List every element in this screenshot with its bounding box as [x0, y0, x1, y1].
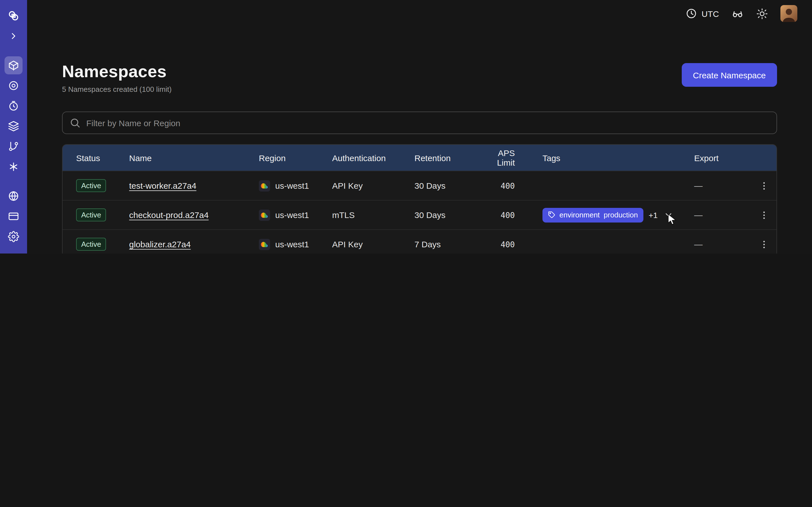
asterisk-icon	[8, 161, 19, 172]
col-export: Export	[694, 153, 751, 163]
sidebar-item-billing[interactable]	[4, 207, 22, 225]
temporal-logo-icon[interactable]	[4, 7, 22, 25]
sidebar-item-batch[interactable]	[4, 117, 22, 135]
export-value: —	[694, 239, 751, 249]
retention-label: 30 Days	[414, 181, 480, 190]
tag-pill[interactable]: environment production	[543, 208, 644, 222]
filter-input[interactable]	[62, 112, 777, 134]
sidebar-item-namespaces[interactable]	[4, 56, 22, 74]
sidebar-item-regions[interactable]	[4, 187, 22, 205]
glasses-icon	[731, 7, 744, 20]
timer-icon	[8, 100, 19, 112]
tags-more-count: +1	[649, 210, 658, 219]
user-avatar[interactable]	[780, 5, 797, 22]
table-header-row: Status Name Region Authentication Retent…	[63, 145, 776, 171]
col-status: Status	[76, 153, 129, 163]
app-root: 2.35.1 UTC Namespaces 5 Namespace	[0, 0, 812, 253]
timezone-selector[interactable]: UTC	[686, 8, 719, 19]
gear-icon	[8, 231, 19, 242]
chevron-down-icon	[664, 210, 673, 220]
kebab-icon	[759, 210, 769, 220]
sidebar-item-settings[interactable]	[4, 228, 22, 245]
aps-limit-value: 400	[480, 181, 543, 190]
region-label: us-west1	[275, 181, 309, 190]
row-menu-button[interactable]	[756, 208, 771, 222]
status-badge: Active	[76, 237, 106, 251]
col-authentication: Authentication	[332, 153, 414, 163]
table-row: Active globalizer.a27a4 us-west1 API Key…	[63, 229, 776, 253]
auth-label: mTLS	[332, 210, 414, 220]
sidebar-item-workflows[interactable]	[4, 76, 22, 95]
branch-icon	[8, 141, 19, 152]
auth-label: API Key	[332, 181, 414, 190]
col-aps-limit: APS Limit	[480, 148, 543, 167]
tag-value: production	[604, 211, 638, 219]
table-row: Active test-worker.a27a4 us-west1 API Ke…	[63, 171, 776, 200]
col-region: Region	[259, 153, 332, 163]
aps-limit-value: 400	[480, 210, 543, 219]
namespace-link[interactable]: test-worker.a27a4	[129, 181, 196, 190]
theme-toggle-button[interactable]	[756, 8, 768, 19]
col-name: Name	[129, 153, 259, 163]
retention-label: 30 Days	[414, 210, 480, 220]
status-badge: Active	[76, 208, 106, 221]
kebab-icon	[759, 180, 769, 191]
aps-limit-value: 400	[480, 240, 543, 249]
cube-icon	[8, 60, 19, 71]
table-body: Active test-worker.a27a4 us-west1 API Ke…	[63, 171, 776, 253]
export-value: —	[694, 181, 751, 190]
layers-icon	[8, 121, 19, 132]
row-menu-button[interactable]	[756, 178, 771, 193]
tag-key: environment	[559, 211, 600, 219]
page-subtitle: 5 Namespaces created (100 limit)	[62, 85, 172, 94]
sidebar-item-schedules[interactable]	[4, 97, 22, 115]
region-label: us-west1	[275, 210, 309, 220]
sidebar-item-deployments[interactable]	[4, 137, 22, 156]
clock-icon	[686, 8, 697, 19]
gcp-cloud-icon	[259, 238, 270, 250]
timezone-label: UTC	[702, 9, 719, 18]
col-retention: Retention	[414, 153, 480, 163]
page-content: Namespaces 5 Namespaces created (100 lim…	[27, 27, 812, 253]
tags-expand-chevron[interactable]	[663, 209, 674, 221]
region-label: us-west1	[275, 239, 309, 249]
search-icon	[69, 117, 81, 128]
sidebar-collapse-button[interactable]	[4, 27, 22, 45]
topbar: UTC	[27, 0, 812, 27]
main-area: UTC Namespaces 5 Namespaces created (100…	[27, 0, 812, 253]
status-badge: Active	[76, 179, 106, 192]
kebab-icon	[759, 239, 769, 249]
export-value: —	[694, 210, 751, 220]
auth-label: API Key	[332, 239, 414, 249]
target-icon	[8, 80, 19, 91]
namespace-link[interactable]: checkout-prod.a27a4	[129, 210, 209, 220]
table-row: Active checkout-prod.a27a4 us-west1 mTLS…	[63, 200, 776, 229]
col-tags: Tags	[543, 153, 694, 163]
labs-glasses-button[interactable]	[731, 7, 744, 20]
gcp-cloud-icon	[259, 180, 270, 191]
row-menu-button[interactable]	[756, 237, 771, 251]
sidebar-item-nexus[interactable]	[4, 158, 22, 176]
namespaces-table: Status Name Region Authentication Retent…	[62, 144, 777, 253]
card-icon	[8, 211, 19, 222]
sun-icon	[756, 8, 768, 19]
gcp-cloud-icon	[259, 209, 270, 221]
globe-icon	[8, 190, 19, 202]
sidebar: 2.35.1	[0, 0, 27, 253]
tags-group: environment production +1	[543, 208, 694, 222]
tag-icon	[548, 211, 555, 219]
page-title: Namespaces	[62, 62, 172, 81]
create-namespace-button[interactable]: Create Namespace	[682, 63, 777, 87]
retention-label: 7 Days	[414, 239, 480, 249]
namespace-link[interactable]: globalizer.a27a4	[129, 239, 191, 249]
